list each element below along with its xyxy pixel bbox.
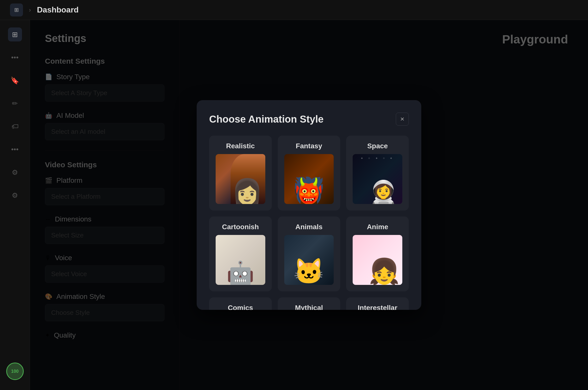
modal-title: Choose Animation Style (209, 114, 324, 125)
sidebar: ⊞ ••• 🔖 ✏ 🏷 ••• ⚙ ⚙ 100 (0, 20, 30, 390)
style-card-animals-image (284, 235, 334, 285)
animation-style-modal: Choose Animation Style × Realistic Fanta… (197, 100, 421, 310)
topbar: ⊞ › Dashboard (0, 0, 588, 20)
sidebar-toggle-icon[interactable]: ⊞ (10, 3, 23, 16)
style-card-animals[interactable]: Animals (278, 216, 340, 291)
style-card-comics[interactable]: Comics (209, 297, 272, 310)
style-card-cartoonish[interactable]: Cartoonish (209, 216, 272, 291)
style-card-comics-title: Comics (216, 304, 265, 310)
style-card-mythical[interactable]: Mythical (278, 297, 340, 310)
modal-header: Choose Animation Style × (209, 113, 409, 126)
style-card-fantasy[interactable]: Fantasy (278, 136, 340, 210)
sidebar-item-edit[interactable]: ✏ (8, 96, 22, 110)
page-title: Dashboard (37, 5, 79, 14)
sidebar-item-grid[interactable]: ⊞ (8, 27, 22, 41)
sidebar-item-dots2[interactable]: ••• (8, 142, 22, 156)
style-card-space-title: Space (353, 142, 402, 150)
avatar[interactable]: 100 (6, 363, 24, 380)
style-card-fantasy-image (284, 154, 334, 204)
breadcrumb-chevron: › (29, 6, 31, 13)
style-card-realistic[interactable]: Realistic (209, 136, 272, 210)
style-card-anime-image (353, 235, 402, 285)
sidebar-item-tag[interactable]: 🏷 (8, 119, 22, 133)
style-card-cartoonish-image (216, 235, 265, 285)
sidebar-item-dots[interactable]: ••• (8, 50, 22, 64)
style-card-animals-title: Animals (284, 223, 334, 231)
sidebar-item-settings[interactable]: ⚙ (8, 188, 22, 202)
sidebar-item-gear[interactable]: ⚙ (8, 165, 22, 179)
style-card-realistic-image (216, 154, 265, 204)
style-card-fantasy-title: Fantasy (284, 142, 334, 150)
style-card-anime-title: Anime (353, 223, 402, 231)
modal-close-button[interactable]: × (396, 113, 409, 126)
style-card-realistic-title: Realistic (216, 142, 265, 150)
style-card-mythical-title: Mythical (284, 304, 334, 310)
style-card-anime[interactable]: Anime (346, 216, 409, 291)
modal-overlay[interactable]: Choose Animation Style × Realistic Fanta… (30, 20, 588, 390)
style-card-interestellar-title: Interestellar (353, 304, 402, 310)
style-card-interestellar[interactable]: Interestellar (346, 297, 409, 310)
style-card-space-image (353, 154, 402, 204)
main-area: Settings Content Settings 📄 Story Type S… (30, 20, 588, 390)
sidebar-item-bookmark[interactable]: 🔖 (8, 73, 22, 87)
style-card-space[interactable]: Space (346, 136, 409, 210)
style-card-cartoonish-title: Cartoonish (216, 223, 265, 231)
style-grid: Realistic Fantasy Space Cartoonish (209, 136, 409, 310)
